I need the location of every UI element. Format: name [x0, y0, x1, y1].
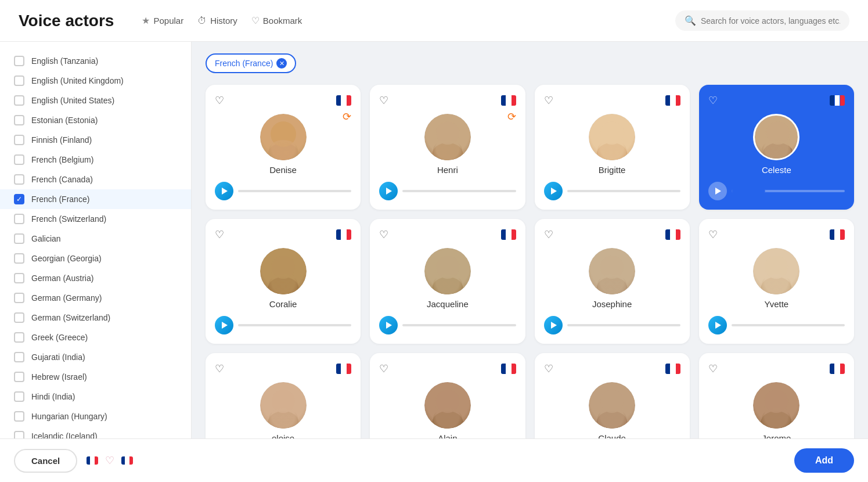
- lang-checkbox[interactable]: [14, 56, 24, 66]
- lang-item[interactable]: French (Canada): [0, 170, 191, 189]
- lang-item[interactable]: Hebrew (Israel): [0, 367, 191, 387]
- flag-white: [125, 456, 129, 465]
- lang-item-french-france[interactable]: French (France): [0, 189, 191, 209]
- favorite-icon[interactable]: ♡: [544, 228, 553, 241]
- favorite-icon[interactable]: ♡: [379, 362, 388, 375]
- lang-checkbox[interactable]: [14, 95, 24, 106]
- play-button[interactable]: [544, 182, 563, 200]
- favorite-icon[interactable]: ♡: [379, 228, 388, 241]
- favorite-icon[interactable]: ♡: [708, 362, 718, 375]
- lang-item[interactable]: German (Germany): [0, 288, 191, 308]
- voice-card-brigitte[interactable]: ♡ Brigitte: [535, 85, 690, 210]
- lang-item[interactable]: Icelandic (Iceland): [0, 426, 191, 438]
- lang-checkbox[interactable]: [14, 233, 24, 244]
- voice-card-eloise[interactable]: ♡ eloise: [206, 353, 361, 438]
- lang-checkbox[interactable]: [14, 135, 24, 145]
- lang-checkbox[interactable]: [14, 431, 24, 438]
- add-button[interactable]: Add: [794, 448, 854, 473]
- favorite-icon[interactable]: ♡: [215, 228, 224, 241]
- progress-bar: [238, 324, 351, 326]
- lang-item[interactable]: Greek (Greece): [0, 328, 191, 347]
- lang-item[interactable]: English (United Kingdom): [0, 71, 191, 91]
- favorite-icon[interactable]: ♡: [708, 228, 718, 241]
- footer-heart-icon[interactable]: ♡: [105, 454, 114, 467]
- play-button[interactable]: [215, 182, 233, 200]
- favorite-icon[interactable]: ♡: [708, 94, 718, 107]
- lang-checkbox-checked[interactable]: [14, 194, 24, 204]
- voice-card-yvette[interactable]: ♡ Yvette: [699, 219, 854, 344]
- filter-tag-french-france[interactable]: French (France) ✕: [206, 53, 296, 73]
- flag-white: [671, 229, 675, 240]
- lang-item[interactable]: English (United States): [0, 91, 191, 110]
- lang-checkbox[interactable]: [14, 75, 24, 86]
- play-button[interactable]: [379, 316, 398, 334]
- lang-label: English (United States): [31, 96, 114, 105]
- lang-checkbox[interactable]: [14, 312, 24, 323]
- lang-checkbox[interactable]: [14, 214, 24, 224]
- favorite-icon[interactable]: ♡: [544, 362, 553, 375]
- favorite-icon[interactable]: ♡: [379, 94, 388, 107]
- lang-item[interactable]: Gujarati (India): [0, 347, 191, 367]
- card-top: ♡: [379, 228, 516, 241]
- lang-item[interactable]: German (Switzerland): [0, 308, 191, 328]
- lang-checkbox[interactable]: [14, 391, 24, 402]
- lang-checkbox[interactable]: [14, 411, 24, 422]
- lang-item[interactable]: French (Switzerland): [0, 209, 191, 229]
- avatar-svg: [424, 248, 471, 294]
- lang-checkbox[interactable]: [14, 115, 24, 125]
- lang-item[interactable]: Estonian (Estonia): [0, 110, 191, 130]
- lang-item[interactable]: French (Belgium): [0, 150, 191, 170]
- avatar-josephine: [589, 248, 635, 294]
- filter-tag-close-icon[interactable]: ✕: [276, 58, 287, 69]
- nav-bookmark[interactable]: ♡ Bookmark: [251, 15, 302, 26]
- lang-checkbox[interactable]: [14, 174, 24, 185]
- play-button[interactable]: [708, 316, 727, 334]
- voice-card-alain[interactable]: ♡ Alain: [370, 353, 525, 438]
- voice-card-claude[interactable]: ♡ Claude: [535, 353, 690, 438]
- lang-checkbox[interactable]: [14, 253, 24, 264]
- play-button[interactable]: [708, 182, 727, 200]
- lang-checkbox[interactable]: [14, 273, 24, 283]
- favorite-icon[interactable]: ♡: [215, 362, 224, 375]
- lang-item[interactable]: Hindi (India): [0, 387, 191, 407]
- voice-card-coralie[interactable]: ♡ Coralie: [206, 219, 361, 344]
- flag-red: [347, 229, 351, 240]
- svg-point-7: [597, 143, 627, 160]
- flag-white: [341, 95, 346, 106]
- nav-history[interactable]: ⏱ History: [197, 16, 237, 26]
- voice-card-denise[interactable]: ♡ ⟳: [206, 85, 361, 210]
- play-button[interactable]: [544, 316, 563, 334]
- lang-item[interactable]: English (Tanzania): [0, 51, 191, 71]
- play-row: [708, 316, 845, 334]
- lang-item[interactable]: Finnish (Finland): [0, 130, 191, 150]
- nav-popular[interactable]: ★ Popular: [142, 15, 183, 26]
- voice-card-jerome[interactable]: ♡ Jerome: [699, 353, 854, 438]
- lang-checkbox[interactable]: [14, 372, 24, 382]
- play-button[interactable]: [215, 316, 233, 334]
- play-button[interactable]: [379, 182, 398, 200]
- lang-checkbox[interactable]: [14, 352, 24, 362]
- voice-card-jacqueline[interactable]: ♡ Jacquelin: [370, 219, 525, 344]
- flag-white: [506, 95, 511, 106]
- lang-checkbox[interactable]: [14, 332, 24, 343]
- flag-red: [95, 456, 98, 465]
- favorite-icon[interactable]: ♡: [544, 94, 553, 107]
- search-box[interactable]: 🔍: [675, 10, 849, 31]
- lang-item[interactable]: Hungarian (Hungary): [0, 407, 191, 426]
- search-input[interactable]: [701, 16, 840, 26]
- lang-item[interactable]: Georgian (Georgia): [0, 249, 191, 268]
- voice-card-henri[interactable]: ♡ ⟳: [370, 85, 525, 210]
- lang-checkbox[interactable]: [14, 154, 24, 165]
- lang-checkbox[interactable]: [14, 293, 24, 303]
- progress-bar: [402, 324, 516, 326]
- lang-item[interactable]: German (Austria): [0, 268, 191, 288]
- voice-card-josephine[interactable]: ♡ Josephine: [535, 219, 690, 344]
- flag-white: [671, 95, 675, 106]
- lang-item[interactable]: Galician: [0, 229, 191, 249]
- cancel-button[interactable]: Cancel: [14, 449, 77, 473]
- app-title: Voice actors: [19, 12, 114, 30]
- flag-white: [506, 229, 511, 240]
- nav-bookmark-label: Bookmark: [263, 16, 302, 26]
- voice-card-celeste[interactable]: ♡ Celeste: [699, 85, 854, 210]
- favorite-icon[interactable]: ♡: [215, 94, 224, 107]
